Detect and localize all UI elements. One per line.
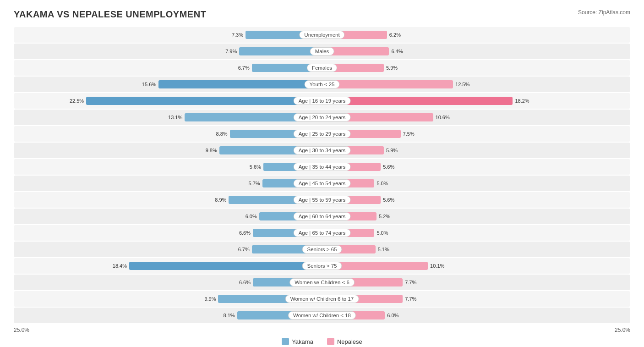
bar-row: 22.5%18.2%Age | 16 to 19 years	[14, 93, 630, 109]
bar-label: Age | 30 to 34 years	[294, 146, 351, 154]
nepalese-value: 5.1%	[378, 247, 389, 252]
yakama-value: 6.6%	[239, 280, 251, 285]
bar-label: Males	[310, 47, 334, 55]
nepalese-value: 10.6%	[436, 115, 450, 120]
yakama-value: 5.7%	[249, 181, 260, 186]
nepalese-color-swatch	[327, 338, 334, 345]
chart-source: Source: ZipAtlas.com	[578, 9, 630, 16]
yakama-value: 6.0%	[246, 214, 257, 219]
bar-row: 6.7%5.9%Females	[14, 60, 630, 76]
x-axis-right: 25.0%	[615, 327, 630, 333]
bar-row: 5.7%5.0%Age | 45 to 54 years	[14, 176, 630, 191]
bar-row: 18.4%10.1%Seniors > 75	[14, 258, 630, 274]
nepalese-value: 7.7%	[405, 280, 416, 285]
yakama-value: 9.8%	[206, 148, 217, 153]
bar-label: Age | 45 to 54 years	[294, 179, 351, 187]
nepalese-value: 12.5%	[455, 82, 469, 87]
yakama-value: 7.3%	[232, 32, 243, 38]
bar-label: Youth < 25	[305, 80, 340, 88]
bar-label: Age | 60 to 64 years	[294, 212, 351, 220]
yakama-value: 13.1%	[168, 115, 182, 120]
bar-label: Females	[307, 64, 337, 72]
nepalese-value: 6.2%	[389, 32, 401, 38]
legend-nepalese: Nepalese	[327, 338, 362, 345]
bar-label: Women w/ Children < 6	[289, 278, 355, 286]
nepalese-value: 5.9%	[386, 148, 398, 153]
yakama-value: 7.9%	[225, 49, 237, 54]
nepalese-value: 7.5%	[403, 131, 415, 137]
bar-label: Unemployment	[299, 31, 344, 39]
nepalese-value: 5.0%	[377, 181, 388, 186]
nepalese-value: 5.6%	[383, 164, 394, 170]
bar-row: 5.6%5.6%Age | 35 to 44 years	[14, 159, 630, 175]
bar-row: 6.7%5.1%Seniors > 65	[14, 242, 630, 257]
bar-label: Age | 65 to 74 years	[294, 229, 351, 237]
bar-row: 9.8%5.9%Age | 30 to 34 years	[14, 143, 630, 158]
nepalese-label: Nepalese	[337, 338, 362, 345]
bar-label: Age | 35 to 44 years	[294, 163, 351, 171]
bar-row: 8.9%5.6%Age | 55 to 59 years	[14, 192, 630, 208]
nepalese-value: 18.2%	[515, 98, 529, 104]
yakama-value: 9.9%	[204, 296, 216, 302]
yakama-value: 8.9%	[215, 197, 226, 203]
nepalese-value: 5.6%	[383, 197, 394, 203]
bar-row: 15.6%12.5%Youth < 25	[14, 77, 630, 92]
bar-row: 7.9%6.4%Males	[14, 44, 630, 59]
bar-label: Women w/ Children 6 to 17	[285, 295, 359, 303]
bar-label: Seniors > 65	[302, 245, 342, 253]
nepalese-value: 5.9%	[386, 65, 398, 71]
yakama-value: 6.7%	[238, 247, 250, 252]
yakama-value: 5.6%	[250, 164, 261, 170]
yakama-color-swatch	[282, 338, 289, 345]
bar-label: Women w/ Children < 18	[288, 311, 356, 319]
yakama-value: 15.6%	[142, 82, 156, 87]
bar-row: 9.9%7.7%Women w/ Children 6 to 17	[14, 291, 630, 307]
nepalese-value: 10.1%	[430, 263, 444, 269]
bar-label: Age | 55 to 59 years	[294, 196, 351, 204]
nepalese-value: 5.0%	[377, 230, 388, 236]
nepalese-value: 6.4%	[391, 49, 403, 54]
yakama-value: 8.8%	[216, 131, 228, 137]
yakama-value: 22.5%	[70, 98, 84, 104]
nepalese-bar: 18.2%	[322, 97, 513, 105]
bar-row: 8.1%6.0%Women w/ Children < 18	[14, 308, 630, 323]
yakama-bar: 22.5%	[86, 97, 322, 105]
yakama-value: 18.4%	[113, 263, 127, 269]
nepalese-value: 6.0%	[387, 313, 398, 318]
nepalese-bar: 12.5%	[322, 80, 453, 88]
bar-row: 8.8%7.5%Age | 25 to 29 years	[14, 126, 630, 142]
legend: Yakama Nepalese	[14, 338, 630, 345]
legend-yakama: Yakama	[282, 338, 313, 345]
bar-row: 6.6%7.7%Women w/ Children < 6	[14, 275, 630, 290]
x-axis: 25.0% 25.0%	[14, 327, 630, 333]
bars-container: 7.3%6.2%Unemployment7.9%6.4%Males6.7%5.9…	[14, 27, 630, 323]
chart-title: YAKAMA VS NEPALESE UNEMPLOYMENT	[14, 9, 206, 20]
yakama-value: 8.1%	[224, 313, 235, 318]
x-axis-left: 25.0%	[14, 327, 29, 333]
yakama-bar: 18.4%	[129, 262, 322, 270]
bar-label: Age | 16 to 19 years	[294, 97, 351, 105]
yakama-value: 6.6%	[239, 230, 251, 236]
chart-container: YAKAMA VS NEPALESE UNEMPLOYMENT Source: …	[0, 0, 644, 347]
bar-row: 7.3%6.2%Unemployment	[14, 27, 630, 43]
bar-row: 6.6%5.0%Age | 65 to 74 years	[14, 225, 630, 241]
bar-row: 13.1%10.6%Age | 20 to 24 years	[14, 110, 630, 125]
yakama-label: Yakama	[292, 338, 313, 345]
nepalese-value: 5.2%	[379, 214, 390, 219]
bar-label: Age | 20 to 24 years	[294, 113, 351, 121]
yakama-bar: 15.6%	[158, 80, 322, 88]
nepalese-value: 7.7%	[405, 296, 416, 302]
bar-label: Seniors > 75	[302, 262, 342, 270]
bar-row: 6.0%5.2%Age | 60 to 64 years	[14, 209, 630, 224]
bar-label: Age | 25 to 29 years	[294, 130, 351, 138]
yakama-value: 6.7%	[238, 65, 250, 71]
chart-header: YAKAMA VS NEPALESE UNEMPLOYMENT Source: …	[14, 9, 630, 20]
